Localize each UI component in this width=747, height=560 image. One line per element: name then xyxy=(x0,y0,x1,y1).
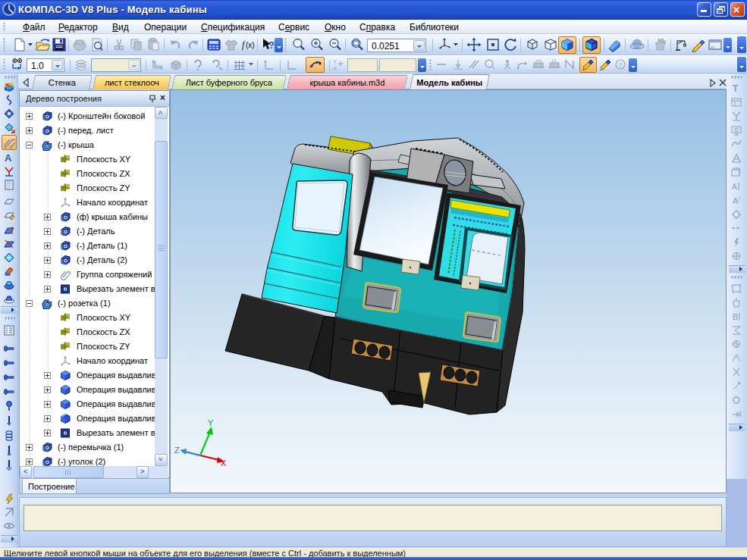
svg-text:A: A xyxy=(732,183,737,191)
svg-text:?: ? xyxy=(268,39,275,51)
svg-text:12: 12 xyxy=(551,58,557,63)
svg-text:X: X xyxy=(221,458,227,468)
svg-text:A: A xyxy=(5,152,12,164)
svg-text:Y: Y xyxy=(333,58,337,65)
svg-text:?: ? xyxy=(619,61,623,69)
svg-text:(x): (x) xyxy=(246,41,255,49)
svg-text:T: T xyxy=(733,83,739,94)
svg-text:A: A xyxy=(733,196,739,205)
svg-text:Y: Y xyxy=(208,418,214,427)
svg-text:Z: Z xyxy=(174,446,180,455)
svg-text:B: B xyxy=(733,312,738,321)
svg-text:X: X xyxy=(333,65,337,71)
